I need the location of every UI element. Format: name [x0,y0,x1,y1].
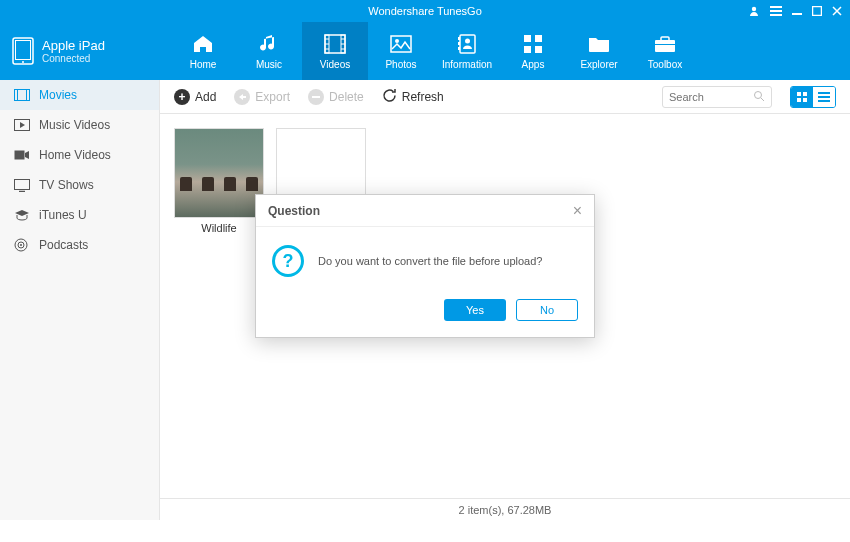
delete-button[interactable]: Delete [308,89,364,105]
svg-rect-49 [818,96,830,98]
window-controls [748,5,842,17]
videos-icon [323,33,347,55]
close-icon[interactable] [832,6,842,16]
statusbar: 2 item(s), 67.28MB [160,498,850,520]
export-icon [234,89,250,105]
nav-information[interactable]: Information [434,22,500,80]
video-label: Wildlife [201,222,236,234]
svg-rect-4 [792,13,802,15]
nav-toolbox[interactable]: Toolbox [632,22,698,80]
view-toggle [790,86,836,108]
device-panel[interactable]: Apple iPad Connected [0,22,160,80]
app-title: Wondershare TunesGo [368,5,482,17]
titlebar: Wondershare TunesGo [0,0,850,22]
svg-point-24 [465,38,470,43]
add-button[interactable]: + Add [174,89,216,105]
sidebar-item-movies[interactable]: Movies [0,80,159,110]
sidebar-item-label: Podcasts [39,238,88,252]
svg-rect-48 [818,92,830,94]
svg-point-19 [395,39,399,43]
nav-explorer[interactable]: Explorer [566,22,632,80]
svg-rect-22 [458,42,460,45]
sidebar-item-music-videos[interactable]: Music Videos [0,110,159,140]
svg-point-8 [22,61,24,63]
svg-rect-23 [458,47,460,50]
minimize-icon[interactable] [792,6,802,16]
svg-rect-33 [27,90,30,101]
svg-rect-2 [770,10,782,12]
device-status: Connected [42,53,105,64]
svg-rect-3 [770,14,782,16]
dialog-close-icon[interactable]: × [573,202,582,220]
status-text: 2 item(s), 67.28MB [459,504,552,516]
nav-home[interactable]: Home [170,22,236,80]
maximize-icon[interactable] [812,6,822,16]
svg-point-0 [752,7,756,11]
svg-rect-29 [655,40,675,52]
sidebar-item-label: Music Videos [39,118,110,132]
export-button[interactable]: Export [234,89,290,105]
no-button[interactable]: No [516,299,578,321]
nav-photos[interactable]: Photos [368,22,434,80]
photos-icon [389,33,413,55]
question-icon: ? [272,245,304,277]
search-input[interactable] [669,91,753,103]
main-nav: Home Music Videos Photos Information App… [170,22,698,80]
dialog-message: Do you want to convert the file before u… [318,255,542,267]
svg-rect-5 [813,7,822,16]
tv-shows-icon [14,178,30,192]
search-box[interactable] [662,86,772,108]
sidebar-item-itunes-u[interactable]: iTunes U [0,200,159,230]
nav-apps[interactable]: Apps [500,22,566,80]
sidebar-item-label: iTunes U [39,208,87,222]
svg-rect-47 [803,98,807,102]
svg-rect-44 [797,92,801,96]
svg-rect-36 [15,179,30,189]
svg-rect-28 [535,46,542,53]
sidebar-item-label: Home Videos [39,148,111,162]
sidebar-item-label: TV Shows [39,178,94,192]
dialog-title: Question [268,204,320,218]
music-videos-icon [14,118,30,132]
explorer-icon [587,33,611,55]
home-icon [191,33,215,55]
home-videos-icon [14,148,30,162]
list-view-button[interactable] [813,87,835,107]
ipad-icon [12,37,34,65]
nav-music[interactable]: Music [236,22,302,80]
refresh-icon [382,88,397,106]
svg-rect-25 [524,35,531,42]
sidebar-item-tv-shows[interactable]: TV Shows [0,170,159,200]
svg-rect-18 [391,36,411,52]
sidebar-item-home-videos[interactable]: Home Videos [0,140,159,170]
refresh-button[interactable]: Refresh [382,88,444,106]
music-icon [257,33,281,55]
svg-rect-21 [458,37,460,40]
information-icon [455,33,479,55]
svg-rect-30 [655,44,675,45]
search-icon [753,88,765,106]
sidebar-item-podcasts[interactable]: Podcasts [0,230,159,260]
movies-icon [14,88,30,102]
header: Apple iPad Connected Home Music Videos P… [0,22,850,80]
delete-icon [308,89,324,105]
question-dialog: Question × ? Do you want to convert the … [255,194,595,338]
sidebar: Movies Music Videos Home Videos TV Shows… [0,80,160,520]
toolbar: + Add Export Delete Refresh [160,80,850,114]
svg-rect-41 [312,96,320,98]
svg-rect-35 [15,151,25,160]
grid-view-button[interactable] [791,87,813,107]
svg-point-40 [20,244,22,246]
menu-icon[interactable] [770,6,782,16]
video-thumb[interactable]: Wildlife [174,128,264,234]
yes-button[interactable]: Yes [444,299,506,321]
sidebar-item-label: Movies [39,88,77,102]
device-name: Apple iPad [42,38,105,53]
user-icon[interactable] [748,5,760,17]
svg-rect-46 [797,98,801,102]
svg-point-42 [755,91,762,98]
svg-rect-32 [15,90,18,101]
video-thumbnail-image [174,128,264,218]
svg-rect-31 [15,90,30,101]
nav-videos[interactable]: Videos [302,22,368,80]
